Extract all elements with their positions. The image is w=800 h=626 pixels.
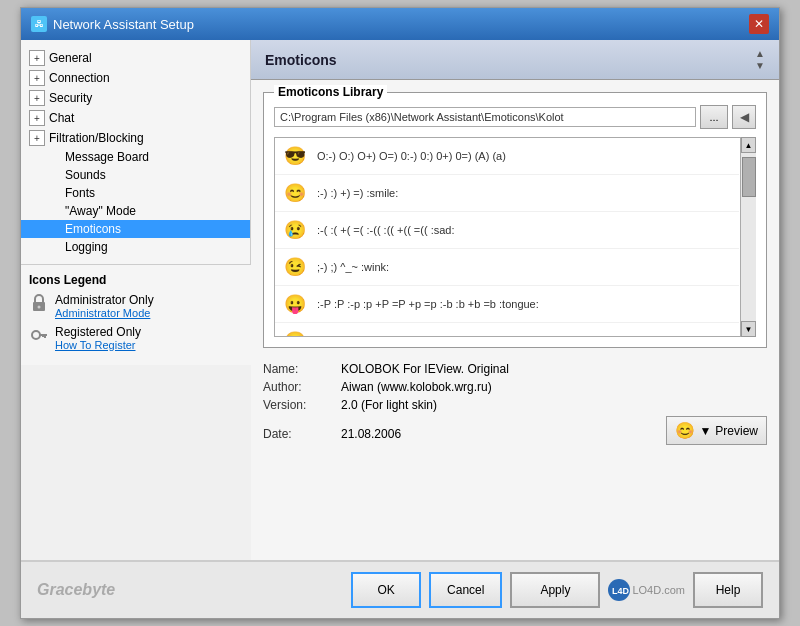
panel-scroll-arrows: ▲ ▼ xyxy=(755,48,765,71)
sidebar-item-messageboard[interactable]: Message Board xyxy=(21,148,250,166)
name-label: Name: xyxy=(263,362,333,376)
footer: Gracebyte OK Cancel Apply L4D LO4D.com H… xyxy=(21,560,779,618)
panel-body: Emoticons Library ... ◀ 😎 O:-) O:) O+) O… xyxy=(251,80,779,560)
footer-left: Gracebyte xyxy=(37,581,343,599)
scroll-thumb[interactable] xyxy=(742,157,756,197)
list-item: 😎 O:-) O:) O+) O=) 0:-) 0:) 0+) 0=) (A) … xyxy=(275,138,739,175)
list-item: 😛 :-P :P :-p :p +P =P +p =p :-b :b +b =b… xyxy=(275,286,739,323)
sidebar-item-general[interactable]: + General xyxy=(21,48,250,68)
list-scrollbar: ▲ ▼ xyxy=(740,137,756,337)
sidebar-item-chat[interactable]: + Chat xyxy=(21,108,250,128)
version-value: 2.0 (For light skin) xyxy=(341,398,767,412)
sidebar-item-filtration[interactable]: + Filtration/Blocking xyxy=(21,128,250,148)
svg-text:L4D: L4D xyxy=(612,586,630,596)
author-label: Author: xyxy=(263,380,333,394)
emoticons-list-container: 😎 O:-) O:) O+) O=) 0:-) 0:) 0+) 0=) (A) … xyxy=(274,137,756,337)
author-value: Aiwan (www.kolobok.wrg.ru) xyxy=(341,380,767,394)
name-value: KOLOBOK For IEView. Original xyxy=(341,362,767,376)
list-scroll-down[interactable]: ▼ xyxy=(741,321,756,337)
legend-registered-text: Registered Only How To Register xyxy=(55,325,141,351)
panel-title: Emoticons xyxy=(265,52,337,68)
emote-codes-2: :-( :( +( =( :-(( :(( +(( =(( :sad: xyxy=(317,224,455,236)
icons-legend: Icons Legend Administrator Only Administ… xyxy=(21,264,251,365)
list-scroll-up[interactable]: ▲ xyxy=(741,137,756,153)
list-item: 😎 8-) 8) B) :COOL: :cool: COOL cool COOL… xyxy=(275,323,739,337)
icons-legend-title: Icons Legend xyxy=(29,273,243,287)
emote-icon-5: 😎 xyxy=(281,327,309,337)
help-button[interactable]: Help xyxy=(693,572,763,608)
scroll-down-icon[interactable]: ▼ xyxy=(755,60,765,71)
sidebar-item-awaymode[interactable]: "Away" Mode xyxy=(21,202,250,220)
legend-item-admin: Administrator Only Administrator Mode xyxy=(29,293,243,319)
emoticons-library-group: Emoticons Library ... ◀ 😎 O:-) O:) O+) O… xyxy=(263,92,767,348)
lo4d-text: LO4D.com xyxy=(632,584,685,596)
main-content: + General + Connection + Security + Chat xyxy=(21,40,779,560)
emote-codes-0: O:-) O:) O+) O=) 0:-) 0:) 0+) 0=) (A) (a… xyxy=(317,150,506,162)
emote-codes-3: ;-) ;) ^_~ :wink: xyxy=(317,261,389,273)
browse-button[interactable]: ... xyxy=(700,105,728,129)
key-icon xyxy=(29,325,49,345)
expand-general[interactable]: + xyxy=(29,50,45,66)
list-item: 😢 :-( :( +( =( :-(( :(( +(( =(( :sad: xyxy=(275,212,739,249)
path-input[interactable] xyxy=(274,107,696,127)
emote-codes-4: :-P :P :-p :p +P =P +p =p :-b :b +b =b :… xyxy=(317,298,539,310)
emote-codes-1: :-) :) +) =) :smile: xyxy=(317,187,398,199)
preview-button[interactable]: 😊 ▼ Preview xyxy=(666,416,767,445)
version-label: Version: xyxy=(263,398,333,412)
expand-chat[interactable]: + xyxy=(29,110,45,126)
nav-left-button[interactable]: ◀ xyxy=(732,105,756,129)
sidebar: + General + Connection + Security + Chat xyxy=(21,40,251,264)
svg-point-1 xyxy=(38,306,41,309)
list-item: 😊 :-) :) +) =) :smile: xyxy=(275,175,739,212)
apply-button[interactable]: Apply xyxy=(510,572,600,608)
list-item: 😉 ;-) ;) ^_~ :wink: xyxy=(275,249,739,286)
group-box-title: Emoticons Library xyxy=(274,85,387,99)
legend-admin-link[interactable]: Administrator Mode xyxy=(55,307,154,319)
sidebar-item-emoticons[interactable]: Emoticons xyxy=(21,220,250,238)
emote-icon-1: 😊 xyxy=(281,179,309,207)
window-title: Network Assistant Setup xyxy=(53,17,194,32)
sidebar-item-fonts[interactable]: Fonts xyxy=(21,184,250,202)
expand-security[interactable]: + xyxy=(29,90,45,106)
sidebar-item-security[interactable]: + Security xyxy=(21,88,250,108)
window-icon: 🖧 xyxy=(31,16,47,32)
emote-icon-3: 😉 xyxy=(281,253,309,281)
preview-dropdown-arrow: ▼ xyxy=(699,424,711,438)
emote-icon-2: 😢 xyxy=(281,216,309,244)
close-button[interactable]: ✕ xyxy=(749,14,769,34)
main-window: 🖧 Network Assistant Setup ✕ + General + … xyxy=(20,7,780,619)
sidebar-item-logging[interactable]: Logging xyxy=(21,238,250,256)
title-bar: 🖧 Network Assistant Setup ✕ xyxy=(21,8,779,40)
expand-filtration[interactable]: + xyxy=(29,130,45,146)
right-panel: Emoticons ▲ ▼ Emoticons Library ... ◀ xyxy=(251,40,779,560)
expand-connection[interactable]: + xyxy=(29,70,45,86)
emote-icon-0: 😎 xyxy=(281,142,309,170)
legend-admin-text: Administrator Only Administrator Mode xyxy=(55,293,154,319)
legend-registered-link[interactable]: How To Register xyxy=(55,339,141,351)
gracebyte-watermark: Gracebyte xyxy=(37,581,115,599)
info-grid: Name: KOLOBOK For IEView. Original Autho… xyxy=(263,358,767,416)
emote-codes-5: 8-) 8) B) :COOL: :cool: COOL cool COOL! … xyxy=(317,335,562,337)
preview-label: Preview xyxy=(715,424,758,438)
cancel-button[interactable]: Cancel xyxy=(429,572,502,608)
panel-header: Emoticons ▲ ▼ xyxy=(251,40,779,80)
lo4d-watermark: L4D LO4D.com xyxy=(608,579,685,601)
info-bottom-row: Date: 21.08.2006 😊 ▼ Preview xyxy=(263,416,767,445)
legend-item-registered: Registered Only How To Register xyxy=(29,325,243,351)
date-row: Date: 21.08.2006 xyxy=(263,423,666,445)
svg-point-2 xyxy=(32,331,40,339)
date-value: 21.08.2006 xyxy=(341,427,666,441)
legend-registered-label: Registered Only xyxy=(55,325,141,339)
sidebar-item-sounds[interactable]: Sounds xyxy=(21,166,250,184)
sidebar-container: + General + Connection + Security + Chat xyxy=(21,40,251,560)
date-label: Date: xyxy=(263,427,333,441)
scroll-up-icon[interactable]: ▲ xyxy=(755,48,765,59)
info-section: Name: KOLOBOK For IEView. Original Autho… xyxy=(263,358,767,445)
ok-button[interactable]: OK xyxy=(351,572,421,608)
preview-icon: 😊 xyxy=(675,421,695,440)
sidebar-item-connection[interactable]: + Connection xyxy=(21,68,250,88)
emoticons-list[interactable]: 😎 O:-) O:) O+) O=) 0:-) 0:) 0+) 0=) (A) … xyxy=(274,137,756,337)
emote-icon-4: 😛 xyxy=(281,290,309,318)
lock-icon xyxy=(29,293,49,313)
legend-admin-label: Administrator Only xyxy=(55,293,154,307)
